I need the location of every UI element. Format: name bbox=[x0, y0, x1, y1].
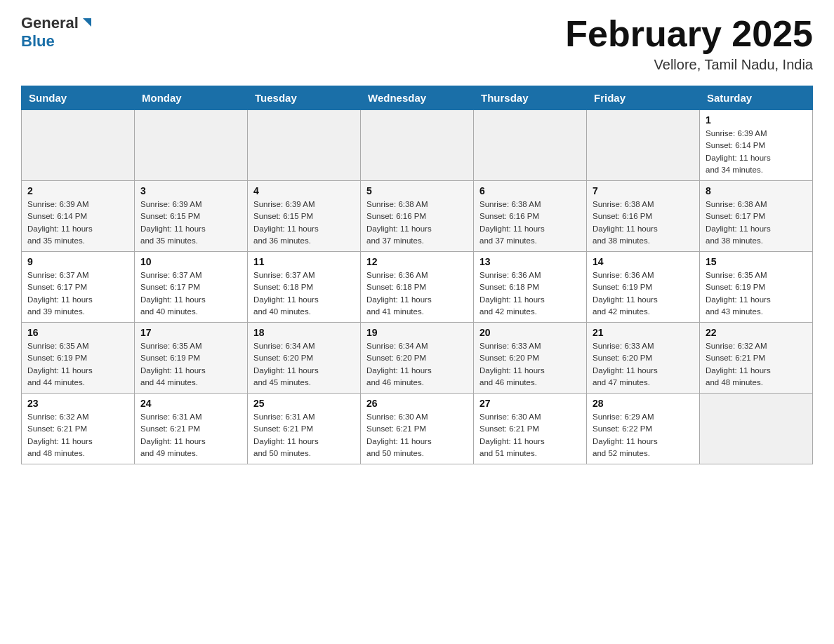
day-number: 17 bbox=[140, 327, 241, 338]
calendar-cell: 4Sunrise: 6:39 AM Sunset: 6:15 PM Daylig… bbox=[248, 181, 361, 252]
logo-general-text: General bbox=[21, 14, 79, 32]
calendar-header-tuesday: Tuesday bbox=[248, 86, 361, 110]
calendar-header-thursday: Thursday bbox=[474, 86, 587, 110]
calendar-cell bbox=[248, 110, 361, 181]
calendar-week-row: 16Sunrise: 6:35 AM Sunset: 6:19 PM Dayli… bbox=[22, 323, 813, 394]
day-info: Sunrise: 6:39 AM Sunset: 6:15 PM Dayligh… bbox=[253, 199, 355, 247]
calendar-cell: 26Sunrise: 6:30 AM Sunset: 6:21 PM Dayli… bbox=[361, 394, 474, 464]
day-info: Sunrise: 6:39 AM Sunset: 6:14 PM Dayligh… bbox=[27, 199, 128, 247]
calendar-cell bbox=[587, 110, 700, 181]
calendar-cell: 9Sunrise: 6:37 AM Sunset: 6:17 PM Daylig… bbox=[22, 252, 135, 323]
calendar-cell: 11Sunrise: 6:37 AM Sunset: 6:18 PM Dayli… bbox=[248, 252, 361, 323]
calendar-cell: 16Sunrise: 6:35 AM Sunset: 6:19 PM Dayli… bbox=[22, 323, 135, 394]
day-info: Sunrise: 6:37 AM Sunset: 6:17 PM Dayligh… bbox=[27, 269, 128, 318]
day-number: 16 bbox=[27, 327, 128, 338]
day-number: 26 bbox=[366, 398, 468, 409]
calendar-cell: 18Sunrise: 6:34 AM Sunset: 6:20 PM Dayli… bbox=[248, 323, 361, 394]
day-info: Sunrise: 6:29 AM Sunset: 6:22 PM Dayligh… bbox=[593, 411, 694, 459]
day-info: Sunrise: 6:37 AM Sunset: 6:17 PM Dayligh… bbox=[140, 269, 241, 318]
calendar-week-row: 9Sunrise: 6:37 AM Sunset: 6:17 PM Daylig… bbox=[22, 252, 813, 323]
day-info: Sunrise: 6:30 AM Sunset: 6:21 PM Dayligh… bbox=[366, 411, 468, 459]
day-info: Sunrise: 6:34 AM Sunset: 6:20 PM Dayligh… bbox=[366, 340, 468, 389]
day-info: Sunrise: 6:39 AM Sunset: 6:14 PM Dayligh… bbox=[706, 128, 807, 176]
day-number: 2 bbox=[27, 185, 128, 196]
calendar-header-wednesday: Wednesday bbox=[361, 86, 474, 110]
calendar-cell: 5Sunrise: 6:38 AM Sunset: 6:16 PM Daylig… bbox=[361, 181, 474, 252]
day-info: Sunrise: 6:36 AM Sunset: 6:18 PM Dayligh… bbox=[479, 269, 581, 318]
day-number: 13 bbox=[479, 256, 581, 267]
day-number: 20 bbox=[479, 327, 581, 338]
day-number: 23 bbox=[27, 398, 128, 409]
calendar-cell: 25Sunrise: 6:31 AM Sunset: 6:21 PM Dayli… bbox=[248, 394, 361, 464]
day-number: 28 bbox=[593, 398, 694, 409]
day-info: Sunrise: 6:36 AM Sunset: 6:18 PM Dayligh… bbox=[366, 269, 468, 318]
calendar-cell bbox=[22, 110, 135, 181]
calendar-cell: 20Sunrise: 6:33 AM Sunset: 6:20 PM Dayli… bbox=[474, 323, 587, 394]
day-number: 19 bbox=[366, 327, 468, 338]
month-title: February 2025 bbox=[565, 14, 813, 54]
day-info: Sunrise: 6:32 AM Sunset: 6:21 PM Dayligh… bbox=[27, 411, 128, 459]
day-number: 10 bbox=[140, 256, 241, 267]
calendar-week-row: 1Sunrise: 6:39 AM Sunset: 6:14 PM Daylig… bbox=[22, 110, 813, 181]
calendar-cell: 19Sunrise: 6:34 AM Sunset: 6:20 PM Dayli… bbox=[361, 323, 474, 394]
day-info: Sunrise: 6:37 AM Sunset: 6:18 PM Dayligh… bbox=[253, 269, 355, 318]
calendar-cell: 13Sunrise: 6:36 AM Sunset: 6:18 PM Dayli… bbox=[474, 252, 587, 323]
day-number: 3 bbox=[140, 185, 241, 196]
calendar-header-friday: Friday bbox=[587, 86, 700, 110]
calendar-header-sunday: Sunday bbox=[22, 86, 135, 110]
calendar-cell: 7Sunrise: 6:38 AM Sunset: 6:16 PM Daylig… bbox=[587, 181, 700, 252]
day-info: Sunrise: 6:39 AM Sunset: 6:15 PM Dayligh… bbox=[140, 199, 241, 247]
day-info: Sunrise: 6:31 AM Sunset: 6:21 PM Dayligh… bbox=[140, 411, 241, 459]
day-info: Sunrise: 6:38 AM Sunset: 6:16 PM Dayligh… bbox=[366, 199, 468, 247]
location: Vellore, Tamil Nadu, India bbox=[565, 57, 813, 73]
day-number: 15 bbox=[706, 256, 807, 267]
calendar-cell: 27Sunrise: 6:30 AM Sunset: 6:21 PM Dayli… bbox=[474, 394, 587, 464]
day-info: Sunrise: 6:33 AM Sunset: 6:20 PM Dayligh… bbox=[593, 340, 694, 389]
day-number: 8 bbox=[706, 185, 807, 196]
day-number: 7 bbox=[593, 185, 694, 196]
logo: General Blue bbox=[21, 14, 94, 51]
day-info: Sunrise: 6:38 AM Sunset: 6:17 PM Dayligh… bbox=[706, 199, 807, 247]
calendar-header-saturday: Saturday bbox=[700, 86, 813, 110]
day-info: Sunrise: 6:31 AM Sunset: 6:21 PM Dayligh… bbox=[253, 411, 355, 459]
day-info: Sunrise: 6:34 AM Sunset: 6:20 PM Dayligh… bbox=[253, 340, 355, 389]
calendar-cell: 12Sunrise: 6:36 AM Sunset: 6:18 PM Dayli… bbox=[361, 252, 474, 323]
day-number: 4 bbox=[253, 185, 355, 196]
calendar-cell bbox=[135, 110, 248, 181]
calendar-cell: 8Sunrise: 6:38 AM Sunset: 6:17 PM Daylig… bbox=[700, 181, 813, 252]
day-number: 18 bbox=[253, 327, 355, 338]
calendar-cell: 28Sunrise: 6:29 AM Sunset: 6:22 PM Dayli… bbox=[587, 394, 700, 464]
day-number: 1 bbox=[706, 114, 807, 126]
title-section: February 2025 Vellore, Tamil Nadu, India bbox=[565, 14, 813, 73]
calendar-cell: 14Sunrise: 6:36 AM Sunset: 6:19 PM Dayli… bbox=[587, 252, 700, 323]
day-number: 11 bbox=[253, 256, 355, 267]
day-number: 14 bbox=[593, 256, 694, 267]
logo-arrow-icon bbox=[79, 15, 94, 31]
calendar-cell: 1Sunrise: 6:39 AM Sunset: 6:14 PM Daylig… bbox=[700, 110, 813, 181]
calendar-cell: 15Sunrise: 6:35 AM Sunset: 6:19 PM Dayli… bbox=[700, 252, 813, 323]
calendar-cell bbox=[361, 110, 474, 181]
svg-marker-0 bbox=[83, 18, 91, 27]
calendar-cell bbox=[474, 110, 587, 181]
calendar-week-row: 2Sunrise: 6:39 AM Sunset: 6:14 PM Daylig… bbox=[22, 181, 813, 252]
calendar-table: SundayMondayTuesdayWednesdayThursdayFrid… bbox=[21, 86, 813, 464]
calendar-cell bbox=[700, 394, 813, 464]
calendar-header-row: SundayMondayTuesdayWednesdayThursdayFrid… bbox=[22, 86, 813, 110]
day-number: 6 bbox=[479, 185, 581, 196]
calendar-cell: 21Sunrise: 6:33 AM Sunset: 6:20 PM Dayli… bbox=[587, 323, 700, 394]
logo-blue-text: Blue bbox=[21, 32, 55, 50]
day-info: Sunrise: 6:33 AM Sunset: 6:20 PM Dayligh… bbox=[479, 340, 581, 389]
day-number: 21 bbox=[593, 327, 694, 338]
calendar-week-row: 23Sunrise: 6:32 AM Sunset: 6:21 PM Dayli… bbox=[22, 394, 813, 464]
day-info: Sunrise: 6:38 AM Sunset: 6:16 PM Dayligh… bbox=[593, 199, 694, 247]
day-info: Sunrise: 6:38 AM Sunset: 6:16 PM Dayligh… bbox=[479, 199, 581, 247]
calendar-cell: 2Sunrise: 6:39 AM Sunset: 6:14 PM Daylig… bbox=[22, 181, 135, 252]
page-header: General Blue February 2025 Vellore, Tami… bbox=[21, 14, 813, 73]
day-info: Sunrise: 6:36 AM Sunset: 6:19 PM Dayligh… bbox=[593, 269, 694, 318]
day-info: Sunrise: 6:35 AM Sunset: 6:19 PM Dayligh… bbox=[140, 340, 241, 389]
calendar-header-monday: Monday bbox=[135, 86, 248, 110]
calendar-cell: 17Sunrise: 6:35 AM Sunset: 6:19 PM Dayli… bbox=[135, 323, 248, 394]
day-number: 9 bbox=[27, 256, 128, 267]
day-number: 12 bbox=[366, 256, 468, 267]
calendar-cell: 6Sunrise: 6:38 AM Sunset: 6:16 PM Daylig… bbox=[474, 181, 587, 252]
